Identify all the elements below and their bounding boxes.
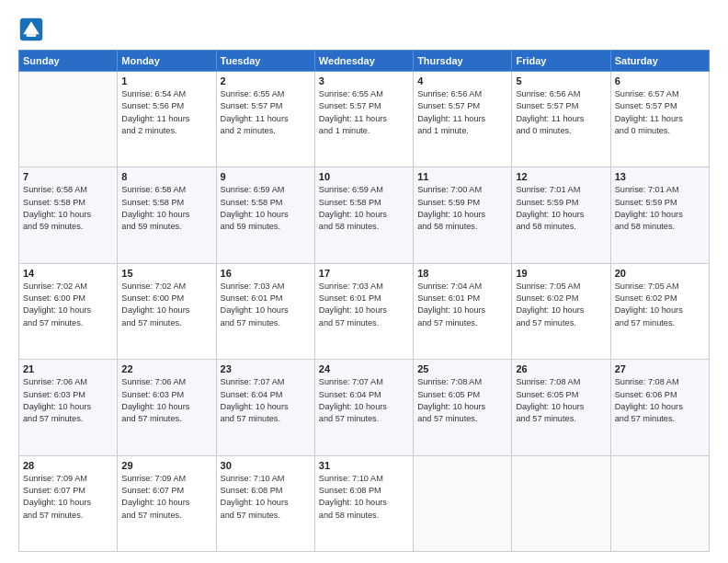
day-info: Sunrise: 7:08 AM Sunset: 6:06 PM Dayligh… bbox=[615, 376, 705, 425]
calendar-cell: 11Sunrise: 7:00 AM Sunset: 5:59 PM Dayli… bbox=[414, 167, 512, 263]
day-info: Sunrise: 6:57 AM Sunset: 5:57 PM Dayligh… bbox=[615, 88, 705, 137]
calendar-cell: 21Sunrise: 7:06 AM Sunset: 6:03 PM Dayli… bbox=[19, 360, 118, 455]
day-info: Sunrise: 7:05 AM Sunset: 6:02 PM Dayligh… bbox=[615, 281, 705, 329]
calendar-week-3: 14Sunrise: 7:02 AM Sunset: 6:00 PM Dayli… bbox=[19, 263, 710, 359]
calendar-cell: 3Sunrise: 6:55 AM Sunset: 5:57 PM Daylig… bbox=[314, 72, 413, 167]
weekday-header-sunday: Sunday bbox=[19, 51, 118, 72]
calendar-cell: 29Sunrise: 7:09 AM Sunset: 6:07 PM Dayli… bbox=[118, 455, 216, 551]
weekday-header-monday: Monday bbox=[118, 51, 216, 72]
calendar-cell: 24Sunrise: 7:07 AM Sunset: 6:04 PM Dayli… bbox=[314, 360, 413, 455]
day-number: 10 bbox=[319, 171, 409, 182]
day-number: 8 bbox=[121, 171, 211, 182]
calendar-cell: 17Sunrise: 7:03 AM Sunset: 6:01 PM Dayli… bbox=[314, 263, 413, 359]
calendar-table: SundayMondayTuesdayWednesdayThursdayFrid… bbox=[18, 50, 710, 552]
day-info: Sunrise: 6:58 AM Sunset: 5:58 PM Dayligh… bbox=[23, 184, 113, 233]
calendar-cell: 31Sunrise: 7:10 AM Sunset: 6:08 PM Dayli… bbox=[314, 455, 413, 551]
calendar-cell: 7Sunrise: 6:58 AM Sunset: 5:58 PM Daylig… bbox=[19, 167, 118, 263]
calendar-cell: 13Sunrise: 7:01 AM Sunset: 5:59 PM Dayli… bbox=[610, 167, 709, 263]
day-number: 29 bbox=[121, 460, 211, 471]
day-number: 25 bbox=[417, 363, 507, 374]
day-number: 16 bbox=[221, 268, 311, 279]
weekday-header-saturday: Saturday bbox=[610, 51, 709, 72]
day-info: Sunrise: 7:10 AM Sunset: 6:08 PM Dayligh… bbox=[221, 473, 311, 522]
day-number: 9 bbox=[221, 171, 311, 182]
day-number: 23 bbox=[221, 363, 311, 374]
day-info: Sunrise: 7:02 AM Sunset: 6:00 PM Dayligh… bbox=[23, 281, 113, 329]
day-info: Sunrise: 7:05 AM Sunset: 6:02 PM Dayligh… bbox=[516, 281, 606, 329]
day-number: 2 bbox=[221, 75, 311, 86]
day-info: Sunrise: 7:09 AM Sunset: 6:07 PM Dayligh… bbox=[23, 473, 113, 522]
day-number: 12 bbox=[516, 171, 606, 182]
weekday-header-thursday: Thursday bbox=[414, 51, 512, 72]
calendar-cell: 28Sunrise: 7:09 AM Sunset: 6:07 PM Dayli… bbox=[19, 455, 118, 551]
calendar-cell bbox=[414, 455, 512, 551]
calendar-cell: 19Sunrise: 7:05 AM Sunset: 6:02 PM Dayli… bbox=[512, 263, 610, 359]
day-info: Sunrise: 6:54 AM Sunset: 5:56 PM Dayligh… bbox=[121, 88, 211, 137]
calendar-cell: 23Sunrise: 7:07 AM Sunset: 6:04 PM Dayli… bbox=[216, 360, 314, 455]
day-info: Sunrise: 6:55 AM Sunset: 5:57 PM Dayligh… bbox=[319, 88, 409, 137]
day-number: 22 bbox=[121, 363, 211, 374]
weekday-header-friday: Friday bbox=[512, 51, 610, 72]
day-info: Sunrise: 6:58 AM Sunset: 5:58 PM Dayligh… bbox=[121, 184, 211, 233]
calendar-cell: 30Sunrise: 7:10 AM Sunset: 6:08 PM Dayli… bbox=[216, 455, 314, 551]
day-info: Sunrise: 7:02 AM Sunset: 6:00 PM Dayligh… bbox=[121, 281, 211, 329]
calendar-cell: 22Sunrise: 7:06 AM Sunset: 6:03 PM Dayli… bbox=[118, 360, 216, 455]
calendar-cell: 27Sunrise: 7:08 AM Sunset: 6:06 PM Dayli… bbox=[610, 360, 709, 455]
header bbox=[18, 17, 710, 42]
calendar-cell: 15Sunrise: 7:02 AM Sunset: 6:00 PM Dayli… bbox=[118, 263, 216, 359]
day-number: 1 bbox=[121, 75, 211, 86]
day-number: 26 bbox=[516, 363, 606, 374]
calendar-week-4: 21Sunrise: 7:06 AM Sunset: 6:03 PM Dayli… bbox=[19, 360, 710, 455]
day-info: Sunrise: 7:03 AM Sunset: 6:01 PM Dayligh… bbox=[221, 281, 311, 329]
calendar-cell: 4Sunrise: 6:56 AM Sunset: 5:57 PM Daylig… bbox=[414, 72, 512, 167]
day-number: 5 bbox=[516, 75, 606, 86]
day-number: 30 bbox=[221, 460, 311, 471]
calendar-cell: 16Sunrise: 7:03 AM Sunset: 6:01 PM Dayli… bbox=[216, 263, 314, 359]
day-number: 7 bbox=[23, 171, 113, 182]
day-number: 3 bbox=[319, 75, 409, 86]
day-info: Sunrise: 6:59 AM Sunset: 5:58 PM Dayligh… bbox=[319, 184, 409, 233]
calendar-cell bbox=[512, 455, 610, 551]
day-info: Sunrise: 7:06 AM Sunset: 6:03 PM Dayligh… bbox=[23, 376, 113, 425]
day-number: 21 bbox=[23, 363, 113, 374]
calendar-cell: 5Sunrise: 6:56 AM Sunset: 5:57 PM Daylig… bbox=[512, 72, 610, 167]
calendar-cell: 10Sunrise: 6:59 AM Sunset: 5:58 PM Dayli… bbox=[314, 167, 413, 263]
calendar-cell: 1Sunrise: 6:54 AM Sunset: 5:56 PM Daylig… bbox=[118, 72, 216, 167]
calendar-cell: 18Sunrise: 7:04 AM Sunset: 6:01 PM Dayli… bbox=[414, 263, 512, 359]
calendar-week-2: 7Sunrise: 6:58 AM Sunset: 5:58 PM Daylig… bbox=[19, 167, 710, 263]
day-info: Sunrise: 6:59 AM Sunset: 5:58 PM Dayligh… bbox=[221, 184, 311, 233]
day-info: Sunrise: 7:03 AM Sunset: 6:01 PM Dayligh… bbox=[319, 281, 409, 329]
day-number: 18 bbox=[417, 268, 507, 279]
day-number: 27 bbox=[615, 363, 705, 374]
day-info: Sunrise: 7:08 AM Sunset: 6:05 PM Dayligh… bbox=[417, 376, 507, 425]
day-number: 20 bbox=[615, 268, 705, 279]
page: SundayMondayTuesdayWednesdayThursdayFrid… bbox=[0, 0, 728, 563]
calendar-cell: 6Sunrise: 6:57 AM Sunset: 5:57 PM Daylig… bbox=[610, 72, 709, 167]
day-info: Sunrise: 7:07 AM Sunset: 6:04 PM Dayligh… bbox=[221, 376, 311, 425]
day-number: 24 bbox=[319, 363, 409, 374]
day-info: Sunrise: 7:07 AM Sunset: 6:04 PM Dayligh… bbox=[319, 376, 409, 425]
calendar-cell bbox=[19, 72, 118, 167]
day-number: 4 bbox=[417, 75, 507, 86]
day-number: 28 bbox=[23, 460, 113, 471]
calendar-body: 1Sunrise: 6:54 AM Sunset: 5:56 PM Daylig… bbox=[19, 72, 710, 552]
day-number: 11 bbox=[417, 171, 507, 182]
day-info: Sunrise: 7:00 AM Sunset: 5:59 PM Dayligh… bbox=[417, 184, 507, 233]
day-info: Sunrise: 6:55 AM Sunset: 5:57 PM Dayligh… bbox=[221, 88, 311, 137]
calendar-week-1: 1Sunrise: 6:54 AM Sunset: 5:56 PM Daylig… bbox=[19, 72, 710, 167]
day-info: Sunrise: 7:06 AM Sunset: 6:03 PM Dayligh… bbox=[121, 376, 211, 425]
calendar-week-5: 28Sunrise: 7:09 AM Sunset: 6:07 PM Dayli… bbox=[19, 455, 710, 551]
day-number: 15 bbox=[121, 268, 211, 279]
weekday-header-tuesday: Tuesday bbox=[216, 51, 314, 72]
day-number: 31 bbox=[319, 460, 409, 471]
calendar-cell: 26Sunrise: 7:08 AM Sunset: 6:05 PM Dayli… bbox=[512, 360, 610, 455]
calendar-cell: 2Sunrise: 6:55 AM Sunset: 5:57 PM Daylig… bbox=[216, 72, 314, 167]
day-info: Sunrise: 6:56 AM Sunset: 5:57 PM Dayligh… bbox=[417, 88, 507, 137]
calendar-header-row: SundayMondayTuesdayWednesdayThursdayFrid… bbox=[19, 51, 710, 72]
day-info: Sunrise: 7:01 AM Sunset: 5:59 PM Dayligh… bbox=[615, 184, 705, 233]
svg-rect-2 bbox=[27, 34, 37, 37]
calendar-cell: 20Sunrise: 7:05 AM Sunset: 6:02 PM Dayli… bbox=[610, 263, 709, 359]
day-number: 6 bbox=[615, 75, 705, 86]
calendar-cell: 12Sunrise: 7:01 AM Sunset: 5:59 PM Dayli… bbox=[512, 167, 610, 263]
day-info: Sunrise: 6:56 AM Sunset: 5:57 PM Dayligh… bbox=[516, 88, 606, 137]
